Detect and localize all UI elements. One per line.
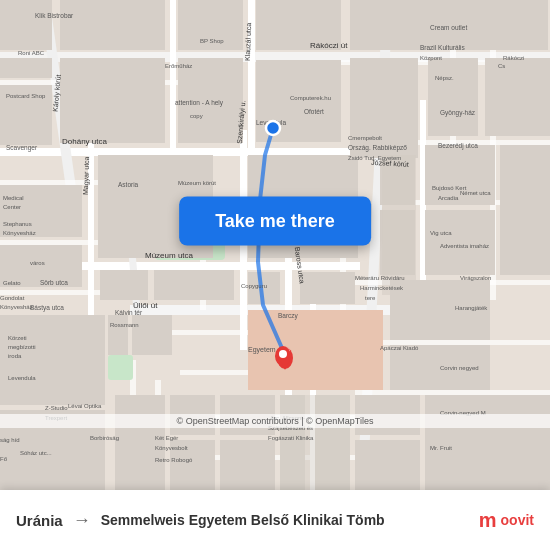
svg-text:város: város [30,260,45,266]
svg-text:Barczy: Barczy [278,312,299,320]
footer-origin: Uránia [16,512,63,529]
svg-text:Postcard Shop: Postcard Shop [6,93,46,99]
map-attribution: © OpenStreetMap contributors | © OpenMap… [0,414,550,428]
svg-rect-68 [382,155,416,295]
svg-text:BP Shop: BP Shop [200,38,224,44]
svg-text:Mr. Fruit: Mr. Fruit [430,445,452,451]
svg-text:Scavenger: Scavenger [6,144,38,152]
moovit-logo: m oovit [479,509,534,532]
svg-rect-61 [178,270,233,300]
svg-text:Gelato: Gelato [3,280,21,286]
svg-text:Harangjáték: Harangjáték [455,305,488,311]
svg-text:Borbiróság: Borbiróság [90,435,119,441]
svg-rect-46 [60,58,165,143]
svg-text:Sóház utc...: Sóház utc... [20,450,52,456]
svg-text:Medical: Medical [3,195,24,201]
svg-text:Zsidó Tud. Egyetem: Zsidó Tud. Egyetem [348,155,401,161]
svg-text:Bástya utca: Bástya utca [30,304,64,312]
moovit-text: oovit [501,512,534,528]
svg-text:Kálvin tér: Kálvin tér [115,309,143,316]
svg-text:Harmincketések: Harmincketések [360,285,404,291]
svg-text:Brazil Kulturális: Brazil Kulturális [420,44,466,51]
take-me-there-button[interactable]: Take me there [179,196,371,245]
svg-text:Retro Robogó: Retro Robogó [155,457,193,463]
svg-text:Computerek.hu: Computerek.hu [290,95,331,101]
svg-text:Ofotért: Ofotért [304,108,324,115]
svg-rect-59 [108,315,128,355]
svg-text:Apáczai Kiadó: Apáczai Kiadó [380,345,419,351]
svg-text:tere: tere [365,295,376,301]
svg-text:Két Egér: Két Egér [155,435,178,441]
svg-rect-82 [355,440,420,490]
svg-rect-86 [280,395,350,490]
svg-text:megbízotti: megbízotti [8,344,36,350]
svg-text:Könyvesház: Könyvesház [3,230,36,236]
svg-text:Erőműház: Erőműház [165,63,192,69]
svg-rect-3 [80,262,360,270]
svg-text:Fő: Fő [0,456,8,462]
svg-text:Dohány utca: Dohány utca [62,137,107,146]
svg-text:Levendula: Levendula [8,375,36,381]
svg-text:Gyöngy-ház: Gyöngy-ház [440,109,476,117]
svg-text:Múzeum körút: Múzeum körút [178,180,216,186]
svg-rect-37 [108,355,133,380]
svg-text:Roni ABC: Roni ABC [18,50,45,56]
svg-text:Lévai Optika: Lévai Optika [68,403,102,409]
svg-text:iroda: iroda [8,353,22,359]
svg-text:ság híd: ság híd [0,437,20,443]
svg-text:Bezerédj utca: Bezerédj utca [438,142,478,150]
moovit-m-letter: m [479,509,497,532]
svg-rect-74 [115,395,165,490]
svg-text:Rákóczi: Rákóczi [503,55,524,61]
svg-point-172 [279,350,287,358]
svg-text:Astoria: Astoria [118,181,139,188]
svg-text:Fogászati Klinika: Fogászati Klinika [268,435,314,441]
map-container: Dohány utca Múzeum utca Károly körút Rák… [0,0,550,490]
svg-rect-52 [350,58,418,158]
svg-text:Adventista imaház: Adventista imaház [440,243,489,249]
svg-text:Virágszalon: Virágszalon [460,275,491,281]
svg-text:Arcadia: Arcadia [438,195,459,201]
svg-text:Klauzál utca: Klauzál utca [244,23,252,61]
svg-text:Könyvesház: Könyvesház [0,304,33,310]
svg-text:Klik Bistrobar: Klik Bistrobar [35,12,74,19]
svg-rect-57 [100,270,148,300]
svg-text:Center: Center [3,204,21,210]
svg-text:Egyetem: Egyetem [248,346,276,354]
svg-text:Cmempebolt: Cmempebolt [348,135,382,141]
svg-rect-78 [220,440,275,490]
svg-text:Corvin negyed: Corvin negyed [440,365,479,371]
svg-text:attention - A hely: attention - A hely [175,99,224,107]
footer-route: Uránia → Semmelweis Egyetem Belső Klinik… [16,510,385,531]
svg-rect-71 [500,145,550,275]
svg-rect-60 [132,315,172,355]
svg-text:Könyvesbolt: Könyvesbolt [155,445,188,451]
svg-rect-69 [425,145,495,205]
svg-rect-40 [0,0,52,50]
svg-text:Cs: Cs [498,63,505,69]
svg-rect-65 [300,272,355,304]
svg-text:Népsz.: Népsz. [435,75,454,81]
svg-text:Német utca: Német utca [460,190,491,196]
footer-destination: Semmelweis Egyetem Belső Klinikai Tömb [101,512,385,528]
svg-rect-41 [0,58,52,78]
svg-text:Vig utca: Vig utca [430,230,452,236]
svg-text:Méteráru Rövidáru: Méteráru Rövidáru [355,275,405,281]
svg-rect-55 [485,58,550,136]
svg-rect-24 [355,390,550,395]
svg-text:Copyguru: Copyguru [241,283,267,289]
arrow-icon: → [73,510,91,531]
svg-text:Stephanus: Stephanus [3,221,32,227]
footer-bar: Uránia → Semmelweis Egyetem Belső Klinik… [0,490,550,550]
svg-rect-72 [0,315,105,405]
svg-point-167 [266,121,280,135]
svg-text:Rossmann: Rossmann [110,322,139,328]
svg-text:Központ: Központ [420,55,442,61]
svg-text:Múzeum utca: Múzeum utca [145,251,194,260]
svg-text:Sörb utca: Sörb utca [40,279,68,286]
svg-text:Gondolat: Gondolat [0,295,25,301]
svg-text:Körzeti: Körzeti [8,335,27,341]
svg-text:Cream outlet: Cream outlet [430,24,467,31]
svg-text:copy: copy [190,113,203,119]
svg-rect-54 [428,58,478,136]
